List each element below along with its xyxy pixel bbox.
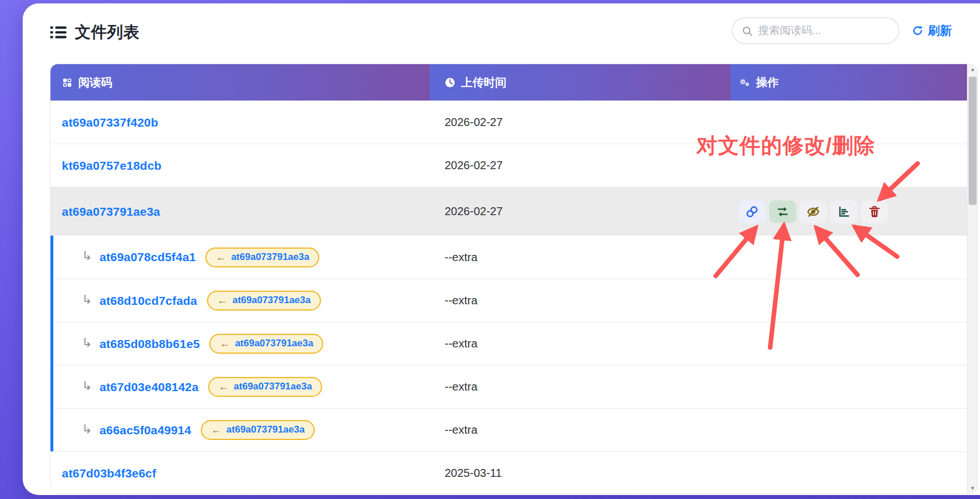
page-title-row: 文件列表 — [50, 22, 140, 43]
search-box — [732, 17, 899, 44]
delete-action-button[interactable] — [861, 200, 888, 223]
reading-code-link[interactable]: kt69a0757e18dcb — [62, 159, 162, 173]
upload-time: --extra — [430, 380, 730, 393]
upload-time: 2026-02-27 — [430, 116, 730, 129]
back-arrow-icon: ← — [218, 381, 229, 392]
upload-time: --extra — [430, 294, 730, 307]
reading-code-link[interactable]: at69a07337f420b — [62, 116, 158, 129]
back-arrow-icon: ← — [216, 252, 226, 262]
parent-code-badge: ← at69a073791ae3a — [205, 248, 319, 267]
search-input[interactable] — [758, 24, 889, 37]
reading-code-link[interactable]: a66ac5f0a49914 — [99, 423, 191, 437]
annotation-text: 对文件的修改/删除 — [696, 132, 875, 160]
child-rows-group: ↳ at69a078cd5f4a1 ← at69a073791ae3a --ex… — [50, 236, 967, 451]
parent-code-badge: ← at69a073791ae3a — [209, 334, 323, 354]
link-icon — [745, 205, 759, 219]
parent-code: at69a073791ae3a — [233, 295, 311, 306]
file-table: 阅读码 上传时间 操作 — [50, 64, 978, 494]
parent-code-badge: ← at69a073791ae3a — [208, 377, 322, 397]
refresh-button[interactable]: 刷新 — [912, 23, 952, 39]
reading-code-link[interactable]: at67d03e408142a — [99, 380, 198, 394]
table-row-child[interactable]: ↳ at69a078cd5f4a1 ← at69a073791ae3a --ex… — [53, 236, 967, 279]
table-row-child[interactable]: ↳ a66ac5f0a49914 ← at69a073791ae3a --ext… — [53, 408, 967, 451]
upload-time: 2025-03-11 — [430, 467, 730, 480]
search-icon — [742, 26, 753, 36]
upload-time: 2026-02-27 — [430, 159, 730, 172]
reading-code-link[interactable]: at69a073791ae3a — [62, 205, 160, 219]
upload-time: --extra — [430, 251, 730, 264]
reading-code-link[interactable]: at685d08b8b61e5 — [99, 337, 200, 351]
column-header-operations: 操作 — [730, 64, 967, 100]
stats-action-button[interactable] — [830, 200, 858, 223]
link-action-button[interactable] — [738, 200, 766, 223]
bar-chart-icon — [837, 205, 851, 219]
page: 文件列表 刷新 阅读码 — [0, 0, 980, 499]
refresh-icon — [912, 25, 923, 36]
table-row-parent-highlighted[interactable]: at69a073791ae3a 2026-02-27 — [50, 187, 967, 236]
parent-code: at69a073791ae3a — [234, 381, 312, 392]
child-arrow-icon: ↳ — [82, 423, 92, 435]
gears-icon — [740, 77, 750, 88]
table-header: 阅读码 上传时间 操作 — [50, 64, 967, 100]
swap-action-button[interactable] — [769, 200, 796, 223]
upload-time: --extra — [430, 337, 730, 350]
row-actions — [738, 200, 888, 223]
child-arrow-icon: ↳ — [82, 380, 92, 392]
list-icon — [50, 25, 67, 40]
eye-off-icon — [806, 205, 820, 219]
swap-arrows-icon — [776, 205, 789, 219]
table-row-parent[interactable]: at67d03b4f3e6cf 2025-03-11 — [50, 451, 967, 494]
hide-action-button[interactable] — [800, 200, 827, 223]
child-arrow-icon: ↳ — [82, 293, 92, 306]
upload-time: --extra — [430, 423, 730, 437]
table-row-child[interactable]: ↳ at67d03e408142a ← at69a073791ae3a --ex… — [53, 365, 967, 408]
clock-icon — [445, 77, 455, 88]
page-title: 文件列表 — [75, 22, 140, 43]
qr-code-icon — [62, 77, 73, 88]
back-arrow-icon: ← — [211, 425, 221, 435]
parent-code: at69a073791ae3a — [235, 338, 313, 349]
child-arrow-icon: ↳ — [82, 250, 92, 262]
vertical-scrollbar: ▲ ▼ — [967, 64, 977, 493]
back-arrow-icon: ← — [219, 338, 230, 349]
column-header-time: 上传时间 — [430, 64, 730, 100]
child-arrow-icon: ↳ — [82, 337, 92, 349]
parent-code-badge: ← at69a073791ae3a — [207, 291, 321, 311]
scrollbar-thumb[interactable] — [969, 77, 977, 205]
reading-code-link[interactable]: at68d10cd7cfada — [99, 294, 197, 308]
upload-time: 2026-02-27 — [430, 205, 730, 218]
refresh-label: 刷新 — [928, 23, 952, 39]
trash-icon — [868, 205, 881, 219]
column-header-code: 阅读码 — [50, 64, 430, 100]
back-arrow-icon: ← — [217, 295, 227, 305]
table-row-child[interactable]: ↳ at685d08b8b61e5 ← at69a073791ae3a --ex… — [53, 322, 967, 365]
reading-code-link[interactable]: at69a078cd5f4a1 — [99, 250, 196, 264]
parent-code: at69a073791ae3a — [226, 424, 305, 435]
table-row-child[interactable]: ↳ at68d10cd7cfada ← at69a073791ae3a --ex… — [53, 279, 967, 322]
reading-code-link[interactable]: at67d03b4f3e6cf — [62, 467, 156, 480]
parent-code: at69a073791ae3a — [231, 251, 309, 263]
parent-code-badge: ← at69a073791ae3a — [201, 420, 315, 440]
